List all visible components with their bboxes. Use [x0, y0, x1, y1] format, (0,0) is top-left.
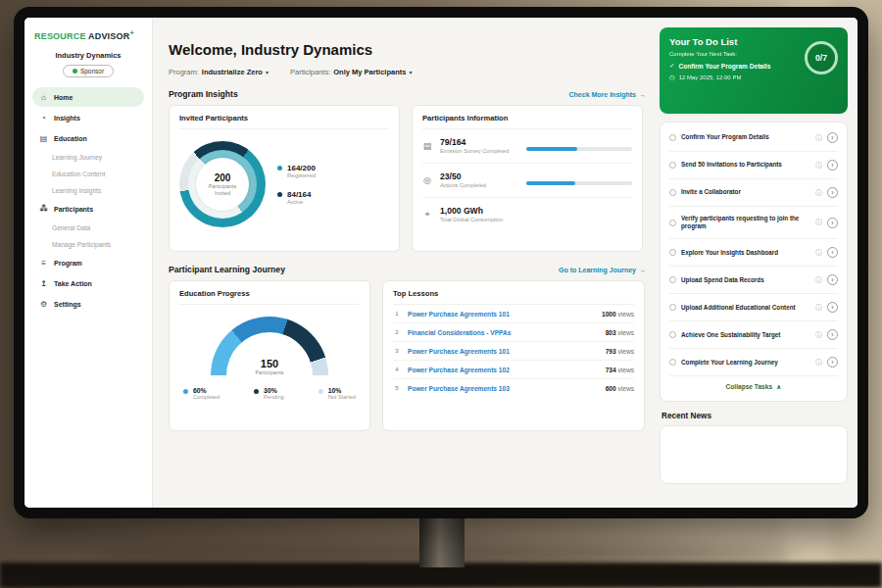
survey-icon: ▤ [422, 141, 432, 151]
legend-label: Registered [287, 172, 316, 178]
sidebar-item-settings[interactable]: ⚙ Settings [32, 294, 144, 314]
legend-value: 164/200 [287, 164, 316, 172]
chevron-right-icon[interactable]: › [827, 187, 838, 198]
sidebar-item-label: Program [54, 260, 82, 267]
task-row[interactable]: Invite a Collaborator ⓘ › [669, 179, 838, 207]
clock-icon: ◷ [669, 74, 675, 81]
lesson-link[interactable]: Financial Considerations - VPPAs [408, 329, 599, 336]
participants-filter-value: Only My Participants [333, 68, 406, 76]
gauge-value: 150 [211, 358, 328, 369]
info-icon[interactable]: ⓘ [815, 248, 822, 258]
chevron-right-icon[interactable]: › [827, 160, 838, 171]
task-row[interactable]: Upload Additional Educational Content ⓘ … [669, 294, 838, 321]
legend-label: Completed [193, 394, 220, 400]
task-checkbox[interactable] [669, 331, 676, 338]
info-icon[interactable]: ⓘ [815, 218, 822, 227]
task-row[interactable]: Upload Spend Data Records ⓘ › [669, 267, 838, 294]
target-icon: ◎ [422, 175, 432, 185]
info-icon[interactable]: ⓘ [815, 188, 822, 198]
info-icon[interactable]: ⓘ [815, 275, 822, 285]
task-checkbox[interactable] [669, 162, 676, 169]
sidebar-item-general-data[interactable]: General Data [32, 220, 144, 235]
lesson-views-label: views [618, 385, 635, 392]
sidebar-item-label: Insights [54, 115, 80, 122]
progress-fill [526, 147, 577, 151]
lesson-row: 5 Power Purchase Agreements 103 600 view… [393, 379, 634, 397]
main-column: Welcome, Industry Dynamics Program: Indu… [153, 18, 658, 508]
gauge-label: Participants [211, 369, 328, 375]
stat-row-actions-completed: ◎ 23/50 Actions Completed [422, 164, 632, 198]
top-lessons-card: Top Lessons 1 Power Purchase Agreements … [382, 280, 645, 431]
sidebar-item-education-content[interactable]: Education Content [32, 166, 144, 181]
sponsor-badge[interactable]: Sponsor [63, 65, 114, 77]
todo-due-label: 12 May 2025, 12:00 PM [679, 74, 742, 80]
task-checkbox[interactable] [669, 189, 676, 196]
sidebar-item-learning-insights[interactable]: Learning Insights [32, 182, 144, 198]
lesson-rank: 1 [393, 311, 401, 317]
lesson-rank: 2 [393, 329, 401, 335]
task-checkbox[interactable] [669, 249, 676, 256]
lesson-link[interactable]: Power Purchase Agreements 103 [408, 385, 599, 392]
legend-label: Pending [264, 394, 284, 400]
chevron-right-icon[interactable]: › [827, 302, 838, 313]
todo-progress-ring: 0/7 [805, 41, 838, 74]
learning-journey-header: Participant Learning Journey Go to Learn… [169, 265, 646, 274]
invited-participants-card: Invited Participants 200 Participants In… [169, 105, 400, 252]
chevron-right-icon[interactable]: › [827, 357, 838, 368]
sidebar-item-label: Education [54, 135, 87, 142]
info-icon[interactable]: ⓘ [815, 330, 822, 340]
collapse-tasks-button[interactable]: Collapse Tasks ∧ [669, 376, 838, 399]
task-checkbox[interactable] [669, 276, 676, 283]
lesson-link[interactable]: Power Purchase Agreements 101 [408, 348, 599, 355]
legend-value: 60% [193, 387, 220, 394]
gauge-legend: 60% Completed 30% Pending [179, 379, 360, 400]
sidebar-item-manage-participants[interactable]: Manage Participants [32, 236, 144, 252]
stat-row-emission-survey: ▤ 79/164 Emission Survey Completed [422, 129, 632, 164]
task-checkbox[interactable] [669, 304, 676, 311]
task-row[interactable]: Explore Your Insights Dashboard ⓘ › [669, 239, 838, 267]
task-row[interactable]: Verify participants requesting to join t… [669, 207, 838, 239]
task-checkbox[interactable] [669, 220, 676, 226]
sponsor-dot-icon [73, 69, 77, 74]
task-checkbox[interactable] [669, 134, 676, 141]
chevron-right-icon[interactable]: › [827, 132, 838, 143]
info-icon[interactable]: ⓘ [815, 161, 822, 171]
info-icon[interactable]: ⓘ [815, 358, 822, 368]
participants-filter[interactable]: Participants: Only My Participants ▾ [290, 68, 412, 76]
task-row[interactable]: Complete Your Learning Journey ⓘ › [669, 349, 838, 376]
task-row[interactable]: Send 50 Invitations to Participants ⓘ › [669, 152, 838, 179]
sidebar-item-label: Settings [54, 301, 81, 308]
program-filter[interactable]: Program: Industrialize Zero ▾ [169, 68, 269, 76]
info-icon[interactable]: ⓘ [815, 303, 822, 313]
check-icon: ✓ [669, 62, 674, 70]
sidebar-item-education[interactable]: ▤ Education [32, 128, 144, 148]
sidebar-item-learning-journey[interactable]: Learning Journey [32, 149, 144, 165]
chevron-right-icon[interactable]: › [827, 218, 838, 228]
sidebar-item-home[interactable]: ⌂ Home [32, 87, 144, 107]
chevron-right-icon[interactable]: › [827, 247, 838, 258]
todo-tasks-card: Confirm Your Program Details ⓘ › Send 50… [660, 122, 848, 402]
legend-item-completed: 60% Completed [183, 387, 220, 400]
task-checkbox[interactable] [669, 359, 676, 366]
sidebar-item-program[interactable]: ≡ Program [32, 253, 144, 272]
lesson-link[interactable]: Power Purchase Agreements 101 [408, 311, 595, 318]
lesson-row: 4 Power Purchase Agreements 102 734 view… [393, 361, 634, 379]
lesson-row: 1 Power Purchase Agreements 101 1000 vie… [393, 305, 634, 323]
pale-dot-icon [318, 389, 323, 394]
chevron-right-icon[interactable]: › [827, 274, 838, 285]
sidebar-item-take-action[interactable]: ↥ Take Action [32, 273, 144, 293]
go-to-learning-journey-link[interactable]: Go to Learning Journey → [559, 267, 646, 273]
section-title-learning-journey: Participant Learning Journey [169, 265, 285, 274]
gear-icon: ⚙ [39, 300, 48, 309]
info-icon[interactable]: ⓘ [815, 133, 822, 143]
participants-information-card: Participants Information ▤ 79/164 Emissi… [412, 105, 643, 252]
task-row[interactable]: Achieve One Sustainability Target ⓘ › [669, 321, 838, 349]
sidebar-item-insights[interactable]: ◔ Insights [32, 108, 144, 127]
todo-next-task-label: Confirm Your Program Details [678, 63, 770, 70]
lesson-link[interactable]: Power Purchase Agreements 102 [408, 367, 599, 373]
sidebar-item-participants[interactable]: ⁂ Participants [32, 199, 144, 219]
check-more-insights-link[interactable]: Check More Insights → [569, 91, 646, 98]
gauge-center: 150 Participants [211, 358, 328, 375]
task-row[interactable]: Confirm Your Program Details ⓘ › [669, 124, 838, 152]
chevron-right-icon[interactable]: › [827, 329, 838, 340]
